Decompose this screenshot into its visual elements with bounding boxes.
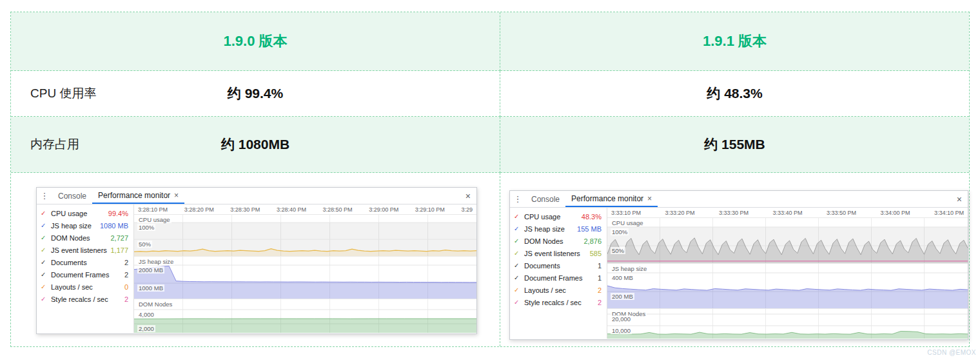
metric-row[interactable]: ✓CPU usage99.4% [37, 207, 133, 219]
tab-console[interactable]: Console [52, 188, 92, 204]
metric-row[interactable]: ✓Layouts / sec2 [510, 284, 607, 296]
tab-close-icon[interactable]: × [174, 191, 179, 200]
more-options-icon[interactable]: ⋮ [37, 191, 52, 201]
chart-section: CPU usage100%50% [134, 215, 476, 256]
metric-name: Document Frames [524, 274, 582, 282]
time-label: 3:33:20 PM [665, 210, 694, 216]
gridline-label: 100% [611, 228, 629, 235]
gridline-label: 400 MB [611, 274, 634, 281]
gridline-label: 1000 MB [137, 284, 164, 292]
metric-value: 2 [598, 299, 602, 306]
tab-performance-monitor-label: Performance monitor [571, 194, 643, 203]
metric-checkbox-icon[interactable]: ✓ [41, 246, 50, 254]
metric-row[interactable]: ✓Document Frames1 [510, 272, 607, 284]
metric-name: JS event listeners [51, 246, 107, 254]
metric-name: Style recalcs / sec [524, 299, 582, 306]
memory-row-right-cell: 约 155MB [500, 117, 969, 173]
metric-value: 585 [590, 250, 602, 257]
devtools-body: ✓CPU usage48.3%✓JS heap size155 MB✓DOM N… [510, 208, 968, 339]
metric-row[interactable]: ✓CPU usage48.3% [510, 210, 607, 223]
memory-value-191: 约 155MB [500, 135, 969, 154]
metric-row[interactable]: ✓Document Frames2 [37, 268, 133, 281]
metric-checkbox-icon[interactable]: ✓ [41, 295, 50, 303]
metric-name: Layouts / sec [524, 286, 566, 294]
metric-row[interactable]: ✓Documents2 [37, 256, 133, 268]
tab-close-icon[interactable]: × [647, 194, 652, 203]
metric-name: Document Frames [51, 271, 109, 279]
gridline-label: 10,000 [611, 327, 632, 334]
metric-value: 2 [124, 271, 128, 279]
metric-checkbox-icon[interactable]: ✓ [514, 274, 524, 281]
metric-name: JS heap size [51, 222, 92, 230]
tab-performance-monitor[interactable]: Performance monitor × [92, 188, 184, 204]
devtools-toolbar: ⋮ Console Performance monitor × × [37, 188, 476, 204]
chart-section: DOM Nodes20,00010,000 [607, 308, 968, 339]
metric-checkbox-icon[interactable]: ✓ [514, 250, 524, 257]
watermark: CSDN @EMOX [927, 349, 976, 356]
devtools-body: ✓CPU usage99.4%✓JS heap size1080 MB✓DOM … [37, 204, 476, 333]
tab-performance-monitor-label: Performance monitor [98, 191, 170, 200]
gridline-label: 200 MB [611, 293, 634, 300]
metric-checkbox-icon[interactable]: ✓ [41, 271, 50, 278]
metric-value: 2 [598, 286, 602, 294]
metric-name: DOM Nodes [524, 237, 564, 245]
time-label: 3:33:10 PM [611, 210, 641, 216]
metric-checkbox-icon[interactable]: ✓ [41, 283, 50, 290]
metric-name: JS event listeners [524, 250, 580, 257]
chart-area: 3:28:10 PM3:28:20 PM3:28:30 PM3:28:40 PM… [134, 204, 476, 333]
memory-row-left-cell: 内存占用 约 1080MB [11, 117, 500, 173]
metric-name: Layouts / sec [51, 283, 93, 291]
metric-checkbox-icon[interactable]: ✓ [41, 234, 50, 241]
gridline-label: 100% [137, 224, 155, 231]
memory-value-190: 约 1080MB [11, 135, 500, 154]
page: 1.9.0 版本 1.9.1 版本 CPU 使用率 约 99.4% 约 48.3… [0, 0, 980, 358]
metric-value: 2,876 [583, 237, 602, 245]
metric-row[interactable]: ✓Style recalcs / sec2 [37, 293, 133, 305]
metric-checkbox-icon[interactable]: ✓ [514, 286, 524, 293]
time-label: 3:34:10 PM [934, 210, 964, 216]
cpu-row-right-cell: 约 48.3% [500, 71, 969, 117]
metric-row[interactable]: ✓JS heap size155 MB [510, 223, 607, 235]
metric-checkbox-icon[interactable]: ✓ [41, 210, 50, 217]
metric-name: CPU usage [524, 213, 560, 221]
chart-section-title: CPU usage [611, 219, 645, 226]
tab-performance-monitor[interactable]: Performance monitor × [565, 191, 658, 207]
metric-value: 1 [598, 262, 602, 270]
metric-row[interactable]: ✓DOM Nodes2,876 [510, 235, 607, 247]
metric-value: 1 [598, 274, 602, 282]
metric-value: 1080 MB [100, 222, 128, 230]
devtools-close-icon[interactable]: × [466, 191, 471, 201]
metric-checkbox-icon[interactable]: ✓ [41, 222, 50, 229]
time-label: 3:28:50 PM [323, 206, 353, 213]
metric-value: 2 [124, 259, 128, 266]
devtools-panel-191: ⋮ Console Performance monitor × × ✓CPU u… [509, 190, 968, 340]
metric-row[interactable]: ✓Style recalcs / sec2 [510, 296, 607, 308]
metric-row[interactable]: ✓Documents1 [510, 259, 607, 272]
more-options-icon[interactable]: ⋮ [510, 194, 525, 204]
screenshot-cell-191: ⋮ Console Performance monitor × × ✓CPU u… [500, 173, 969, 346]
metric-row[interactable]: ✓JS heap size1080 MB [37, 219, 133, 232]
metric-name: Style recalcs / sec [51, 295, 108, 303]
devtools-close-icon[interactable]: × [957, 194, 962, 204]
metric-checkbox-icon[interactable]: ✓ [514, 299, 524, 306]
metric-name: JS heap size [524, 225, 565, 233]
metric-name: DOM Nodes [51, 234, 90, 242]
metric-row[interactable]: ✓JS event listeners1,177 [37, 244, 133, 256]
chart-area: 3:33:10 PM3:33:20 PM3:33:30 PM3:33:40 PM… [607, 208, 968, 339]
metric-name: CPU usage [51, 210, 87, 217]
metric-checkbox-icon[interactable]: ✓ [41, 259, 50, 266]
tab-console[interactable]: Console [525, 191, 565, 207]
metric-checkbox-icon[interactable]: ✓ [514, 213, 524, 220]
gridline-label: 4,000 [137, 311, 155, 318]
header-cell-191: 1.9.1 版本 [500, 12, 969, 71]
cpu-value-191: 约 48.3% [500, 85, 969, 103]
metric-row[interactable]: ✓DOM Nodes2,727 [37, 232, 133, 244]
metric-row[interactable]: ✓JS event listeners585 [510, 247, 607, 259]
metric-checkbox-icon[interactable]: ✓ [514, 225, 524, 232]
metric-checkbox-icon[interactable]: ✓ [514, 237, 524, 244]
metric-checkbox-icon[interactable]: ✓ [514, 262, 524, 269]
chart-section: CPU usage100%50% [607, 218, 968, 263]
cpu-row-left-cell: CPU 使用率 约 99.4% [11, 71, 500, 117]
metric-row[interactable]: ✓Layouts / sec0 [37, 281, 133, 293]
gridline-label: 2000 MB [137, 266, 164, 273]
